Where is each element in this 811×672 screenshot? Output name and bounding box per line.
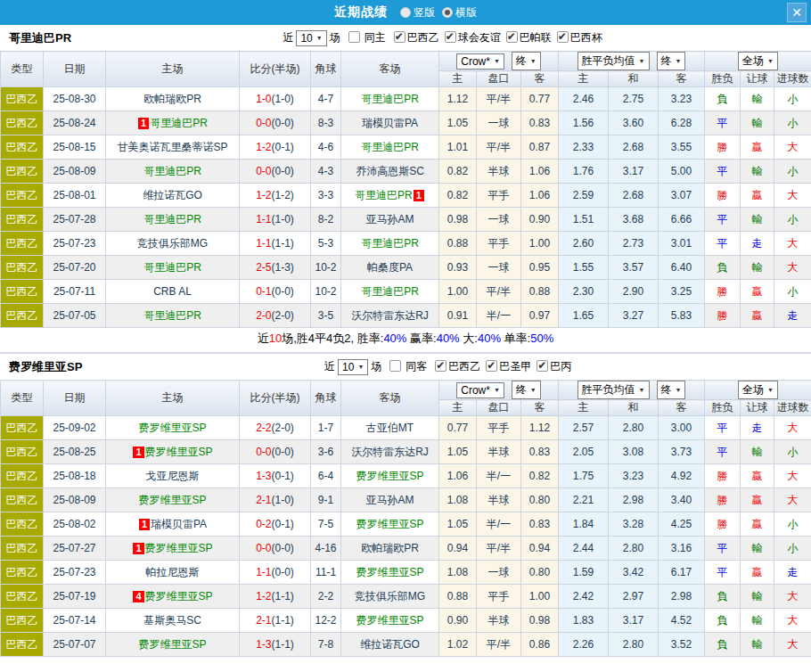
score-cell: 2-1(1-1)	[240, 609, 311, 633]
team-link[interactable]: 乔沛高恩斯SC	[356, 165, 424, 177]
team-link[interactable]: 戈亚尼恩斯	[146, 470, 200, 482]
team-link[interactable]: 费罗维里亚SP	[356, 518, 423, 530]
team-link[interactable]: 哥里迪巴PR	[355, 189, 413, 201]
odds-source-select[interactable]: Crow*▼	[456, 382, 504, 398]
avg-away: 2.98	[659, 585, 705, 609]
team-link[interactable]: 哥里迪巴PR	[143, 261, 201, 274]
team-link[interactable]: 竞技俱乐部MG	[355, 590, 425, 602]
avg-draw: 3.17	[609, 609, 659, 633]
avg-draw: 3.60	[609, 111, 659, 135]
team-link[interactable]: 竞技俱乐部MG	[137, 237, 208, 250]
result-handicap: 輸	[741, 633, 774, 657]
team-link[interactable]: 欧帕瑞欧PR	[143, 93, 201, 105]
league-filter-checkbox[interactable]	[445, 31, 456, 43]
avg-final-select[interactable]: 终▼	[657, 381, 686, 399]
league-filter-checkbox[interactable]	[394, 31, 406, 43]
corner-score: 10-2	[311, 280, 341, 304]
team-link[interactable]: 维拉诺瓦GO	[143, 189, 202, 201]
league-badge: 巴西乙	[1, 609, 44, 633]
avg-final-select[interactable]: 终▼	[657, 52, 686, 70]
team-link[interactable]: 甘美奥诺瓦里桑蒂诺SP	[117, 141, 227, 153]
corner-score: 4-6	[311, 135, 341, 160]
odds-handicap: 平手	[477, 184, 521, 208]
team-link[interactable]: 亚马孙AM	[366, 494, 414, 506]
match-row: 巴西乙25-08-241哥里迪巴PR0-0(0-0)8-3瑞模贝雷PA1.05一…	[1, 111, 811, 135]
team-link[interactable]: 费罗维里亚SP	[356, 470, 423, 482]
team-link[interactable]: 哥里迪巴PR	[143, 309, 201, 322]
team-link[interactable]: 费罗维里亚SP	[138, 422, 206, 434]
odds-source-select[interactable]: Crow*▼	[456, 53, 504, 70]
team-link[interactable]: 费罗维里亚SP	[138, 494, 206, 506]
horizontal-layout-radio[interactable]	[442, 7, 453, 18]
team-link[interactable]: 费罗维里亚SP	[145, 590, 213, 602]
sub-col-goals-result: 进球数	[774, 71, 811, 87]
same-venue-checkbox[interactable]	[389, 360, 401, 372]
avg-home: 2.59	[559, 184, 609, 208]
result-outcome: 平	[705, 232, 741, 256]
team-link[interactable]: 欧帕瑞欧PR	[361, 542, 419, 554]
corner-score: 3-5	[311, 304, 341, 328]
result-handicap: 輸	[741, 208, 774, 232]
away-team-cell: 哥里迪巴PR1	[341, 184, 439, 208]
team-link[interactable]: 瑞模贝雷PA	[362, 117, 418, 129]
recent-count-select[interactable]: 10▼	[338, 359, 368, 375]
league-filter-checkbox[interactable]	[506, 31, 518, 43]
team-link[interactable]: 费罗维里亚SP	[356, 614, 423, 627]
odds-final-select[interactable]: 终▼	[512, 381, 541, 399]
league-badge: 巴西乙	[1, 208, 44, 232]
league-filter-label: 巴西乙	[407, 31, 439, 44]
team-link[interactable]: 哥里迪巴PR	[361, 93, 419, 105]
team-link[interactable]: 哥里迪巴PR	[143, 165, 201, 177]
fulltime-score: 0-1	[256, 285, 271, 298]
team-link[interactable]: 哥里迪巴PR	[143, 213, 201, 225]
score-cell: 0-2(0-1)	[240, 512, 311, 537]
scope-select[interactable]: 全场▼	[738, 381, 778, 399]
team-link[interactable]: 费罗维里亚SP	[145, 446, 213, 458]
avg-away: 4.25	[659, 512, 705, 537]
team-link[interactable]: 哥里迪巴PR	[361, 237, 419, 250]
same-venue-checkbox[interactable]	[348, 31, 360, 43]
layout-radio-group: 竖版 横版	[393, 5, 477, 20]
team-link[interactable]: 费罗维里亚SP	[356, 566, 423, 578]
team-link[interactable]: CRB AL	[153, 285, 192, 298]
recent-label: 近	[324, 360, 335, 373]
close-icon[interactable]: ✕	[787, 3, 807, 22]
team-link[interactable]: 哥里迪巴PR	[361, 285, 419, 298]
team-link[interactable]: 瑞模贝雷PA	[151, 518, 207, 530]
avg-type-value: 胜平负均值	[582, 382, 635, 397]
league-filter-checkbox[interactable]	[557, 31, 569, 43]
team-link[interactable]: 亚马孙AM	[366, 213, 414, 225]
team-link[interactable]: 费罗维里亚SP	[138, 638, 206, 651]
dialog-titlebar: 近期战绩 竖版 横版 ✕	[0, 0, 811, 25]
odds-source-value: Crow*	[461, 384, 490, 397]
team-link[interactable]: 沃尔特雷东达RJ	[351, 309, 429, 322]
team-link[interactable]: 沃尔特雷东达RJ	[351, 446, 429, 458]
team-link[interactable]: 哥里迪巴PR	[361, 141, 419, 153]
league-filter-checkbox[interactable]	[435, 360, 446, 372]
score-cell: 0-0(0-0)	[240, 111, 311, 135]
sub-col-odds-home: 主	[439, 400, 477, 416]
avg-draw: 2.97	[609, 585, 659, 609]
scope-select[interactable]: 全场▼	[738, 52, 778, 70]
team-link[interactable]: 基斯奥马SC	[143, 614, 201, 627]
chevron-down-icon: ▼	[316, 35, 323, 41]
odds-away: 0.94	[521, 537, 559, 561]
recent-count-select[interactable]: 10▼	[296, 30, 326, 46]
avg-type-select[interactable]: 胜平负均值▼	[578, 52, 650, 70]
vertical-layout-radio[interactable]	[400, 7, 411, 18]
team-link[interactable]: 维拉诺瓦GO	[360, 638, 420, 651]
result-handicap: 贏	[741, 184, 774, 208]
odds-final-select[interactable]: 终▼	[512, 52, 541, 70]
odds-away: 0.90	[521, 208, 559, 232]
score-cell: 1-0(1-0)	[240, 87, 311, 111]
away-team-cell: 哥里迪巴PR	[341, 232, 439, 256]
team-link[interactable]: 哥里迪巴PR	[150, 117, 208, 129]
team-link[interactable]: 帕桑度PA	[367, 261, 413, 274]
team-link[interactable]: 古亚伯MT	[366, 422, 414, 434]
team-link[interactable]: 费罗维里亚SP	[145, 542, 213, 554]
league-filter-checkbox[interactable]	[537, 360, 548, 372]
league-filter-checkbox[interactable]	[486, 360, 497, 372]
avg-type-select[interactable]: 胜平负均值▼	[578, 381, 650, 399]
avg-away: 3.40	[659, 488, 705, 512]
team-link[interactable]: 帕拉尼恩斯	[146, 566, 200, 578]
